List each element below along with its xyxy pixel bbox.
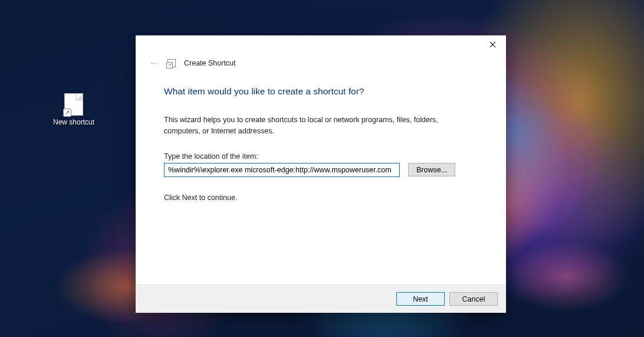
wizard-title: Create Shortcut	[184, 59, 236, 67]
continue-text: Click Next to continue.	[164, 194, 478, 202]
back-arrow-icon: ←	[149, 57, 159, 70]
create-shortcut-dialog: ← Create Shortcut What item would you li…	[136, 35, 506, 313]
dialog-footer: Next Cancel	[136, 284, 506, 313]
wizard-header: ← Create Shortcut	[136, 54, 506, 71]
desktop-icon-label: New shortcut	[50, 118, 97, 126]
shortcut-page-icon: ↗	[64, 93, 83, 116]
location-row: Browse...	[164, 163, 478, 177]
desktop-shortcut-icon[interactable]: ↗ New shortcut	[50, 93, 97, 126]
next-button[interactable]: Next	[396, 292, 445, 306]
dialog-content: What item would you like to create a sho…	[136, 71, 506, 284]
shortcut-mini-icon	[167, 59, 176, 67]
titlebar	[136, 35, 506, 54]
location-label: Type the location of the item:	[164, 152, 478, 161]
cancel-button[interactable]: Cancel	[449, 292, 498, 306]
dialog-description: This wizard helps you to create shortcut…	[164, 114, 471, 137]
close-button[interactable]	[479, 35, 506, 53]
location-input[interactable]	[164, 163, 400, 177]
dialog-heading: What item would you like to create a sho…	[164, 86, 478, 97]
shortcut-arrow-overlay-icon: ↗	[63, 109, 71, 117]
close-icon	[489, 41, 496, 48]
browse-button[interactable]: Browse...	[408, 163, 455, 176]
